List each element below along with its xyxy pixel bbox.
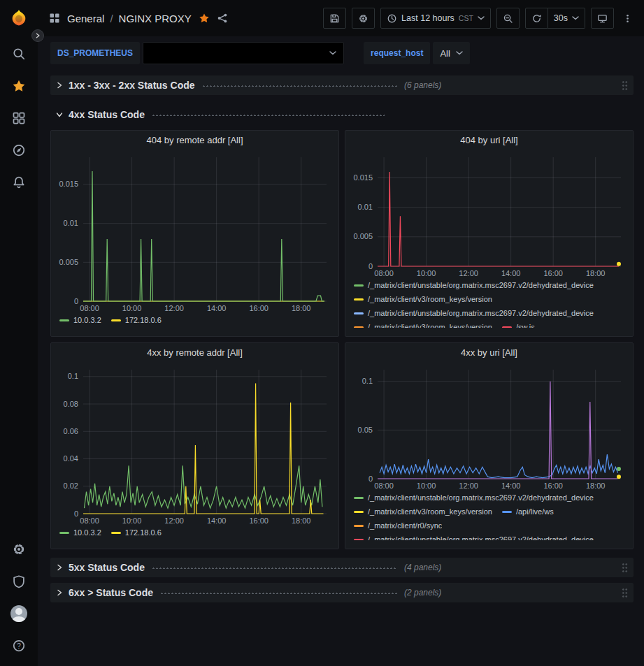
grafana-logo[interactable] [7, 7, 31, 31]
panel-title[interactable]: 4xx by uri [All] [345, 343, 633, 363]
legend-item[interactable]: 172.18.0.6 [111, 528, 162, 537]
svg-text:0.08: 0.08 [63, 400, 78, 408]
request-host-select[interactable]: All [433, 42, 469, 64]
legend-label: 172.18.0.6 [125, 528, 162, 537]
legend-swatch [354, 525, 364, 527]
sidebar-item-configuration[interactable] [0, 533, 38, 565]
legend-item[interactable]: 172.18.0.6 [111, 315, 162, 325]
legend-swatch [354, 284, 364, 287]
legend-item[interactable]: /_matrix/client/unstable/org.matrix.msc2… [354, 493, 594, 502]
breadcrumb-separator: / [110, 13, 113, 24]
shield-icon [12, 574, 26, 588]
legend-swatch [354, 298, 364, 301]
sidebar-item-alerting[interactable] [0, 166, 38, 198]
refresh-button[interactable] [525, 8, 548, 29]
svg-text:12:00: 12:00 [164, 304, 184, 312]
svg-text:16:00: 16:00 [249, 304, 269, 312]
cycle-view-mode-button[interactable] [591, 8, 614, 29]
panel-title[interactable]: 404 by remote addr [All] [51, 131, 338, 150]
legend-item[interactable]: 10.0.3.2 [59, 315, 101, 325]
legend-label: /_matrix/client/v3/room_keys/version [368, 294, 492, 304]
dashboards-grid-icon [12, 111, 26, 125]
zoom-out-time-button[interactable] [496, 8, 520, 29]
panel-title[interactable]: 4xx by remote addr [All] [51, 343, 338, 363]
sidebar-item-explore[interactable] [0, 134, 38, 166]
legend-item[interactable]: /_matrix/client/v3/room_keys/version [354, 507, 492, 516]
row-1xx-3xx-2xx-status-code[interactable]: 1xx - 3xx - 2xx Status Code (6 panels) [50, 75, 634, 95]
legend-item[interactable]: /_matrix/client/unstable/org.matrix.msc2… [354, 280, 594, 290]
sidebar-item-help[interactable]: ? [0, 630, 38, 662]
legend-item[interactable]: /sw.js [502, 322, 535, 328]
row-dotted-leader [160, 592, 397, 594]
dashboard-body: 1xx - 3xx - 2xx Status Code (6 panels) 4… [38, 70, 644, 666]
panel-404-by-uri: 404 by uri [All] 00.0050.010.01508:0010:… [345, 130, 634, 337]
svg-text:10:00: 10:00 [416, 482, 436, 490]
svg-text:0: 0 [73, 509, 78, 518]
svg-text:18:00: 18:00 [585, 482, 605, 490]
legend-item[interactable]: 10.0.3.2 [59, 528, 101, 537]
dashboard-settings-button[interactable] [352, 8, 375, 29]
svg-text:0.02: 0.02 [63, 482, 78, 490]
dashboard-icon[interactable] [49, 13, 60, 24]
panel-title[interactable]: 404 by uri [All] [345, 131, 633, 150]
legend-swatch [59, 532, 69, 534]
grafana-app: ? General / NGINX PROXY [0, 0, 644, 666]
row-5xx-status-code[interactable]: 5xx Status Code (4 panels) [50, 558, 634, 577]
sidebar-item-search[interactable] [0, 38, 38, 70]
svg-text:0.005: 0.005 [353, 232, 373, 240]
datasource-select[interactable] [143, 42, 344, 64]
breadcrumb-folder[interactable]: General [67, 13, 104, 24]
panels-grid: 404 by remote addr [All] 00.0050.010.015… [50, 130, 634, 549]
row-4xx-status-code[interactable]: 4xx Status Code [50, 105, 634, 124]
request-host-variable-label[interactable]: request_host [364, 42, 430, 64]
chevron-down-icon [329, 51, 336, 55]
row-dotted-leader [202, 85, 397, 87]
svg-text:08:00: 08:00 [80, 516, 99, 525]
refresh-interval-dropdown[interactable]: 30s [548, 8, 585, 29]
favorite-star-icon[interactable] [199, 13, 210, 24]
row-drag-handle[interactable] [622, 80, 628, 91]
user-avatar [10, 605, 27, 622]
time-series-chart[interactable]: 00.020.040.060.080.108:0010:0012:0014:00… [54, 363, 336, 526]
sidebar-item-profile[interactable] [0, 598, 38, 630]
sidebar-item-starred[interactable] [0, 70, 38, 102]
legend-swatch [111, 532, 121, 534]
svg-text:0.1: 0.1 [67, 372, 78, 380]
svg-text:0.015: 0.015 [59, 180, 78, 188]
grafana-flame-icon [8, 8, 29, 29]
svg-text:14:00: 14:00 [206, 304, 226, 312]
legend-label: /_matrix/client/v3/room_keys/version [368, 322, 492, 328]
time-series-chart[interactable]: 00.0050.010.01508:0010:0012:0014:0016:00… [348, 150, 631, 279]
time-range-picker[interactable]: Last 12 hours CST [380, 8, 491, 29]
legend-item[interactable]: /_matrix/client/v3/room_keys/version [354, 294, 492, 304]
kebab-menu-button[interactable] [620, 8, 636, 29]
row-6xx-status-code[interactable]: 6xx > Status Code (2 panels) [50, 583, 634, 602]
legend-item[interactable]: /_matrix/client/unstable/org.matrix.msc2… [354, 535, 594, 540]
row-drag-handle[interactable] [622, 563, 628, 573]
chevron-right-icon [56, 564, 63, 571]
save-dashboard-button[interactable] [323, 8, 346, 29]
legend-item[interactable]: /_matrix/client/v3/room_keys/version [354, 322, 492, 328]
row-drag-handle[interactable] [622, 588, 628, 598]
svg-text:0.1: 0.1 [362, 377, 372, 385]
legend-item[interactable]: /_matrix/client/r0/sync [354, 521, 442, 530]
sidebar-item-server-admin[interactable] [0, 565, 38, 598]
panel-legend: 10.0.3.2172.18.0.6 [51, 526, 338, 544]
chevron-down-icon [478, 16, 485, 20]
time-series-chart[interactable]: 00.050.108:0010:0012:0014:0016:0018:00 [348, 363, 631, 491]
legend-swatch [354, 497, 364, 499]
datasource-variable-label[interactable]: DS_PROMETHEUS [50, 42, 140, 64]
legend-item[interactable]: /_matrix/client/unstable/org.matrix.msc2… [354, 308, 594, 318]
svg-text:10:00: 10:00 [122, 516, 141, 525]
sidebar-expand-button[interactable] [31, 29, 44, 42]
time-series-chart[interactable]: 00.0050.010.01508:0010:0012:0014:0016:00… [54, 150, 336, 314]
svg-text:10:00: 10:00 [416, 269, 436, 277]
sidebar-item-dashboards[interactable] [0, 102, 38, 134]
legend-item[interactable]: /api/live/ws [502, 507, 554, 516]
star-icon [12, 79, 26, 93]
legend-label: /_matrix/client/unstable/org.matrix.msc2… [368, 308, 594, 318]
legend-label: /_matrix/client/unstable/org.matrix.msc2… [368, 280, 594, 290]
svg-text:0.015: 0.015 [353, 173, 373, 182]
breadcrumb-dashboard-title[interactable]: NGINX PROXY [119, 13, 192, 24]
share-icon[interactable] [217, 13, 228, 24]
